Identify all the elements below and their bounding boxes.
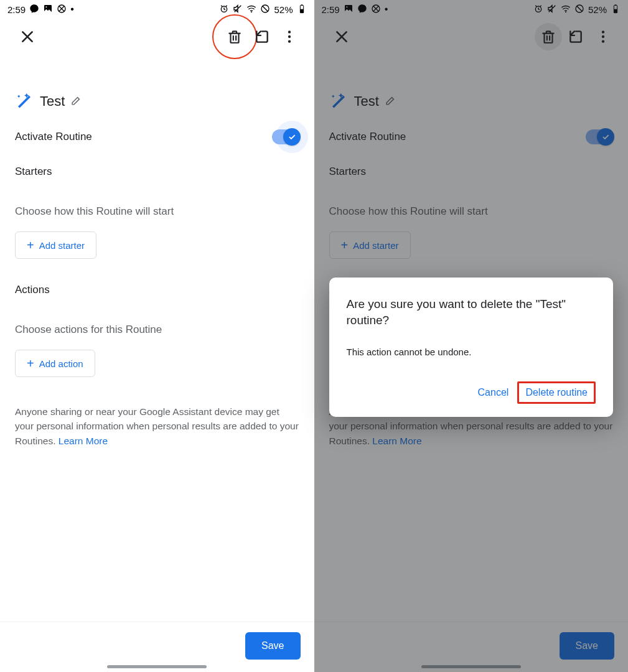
screen-delete-dialog: 2:59 • 52%: [314, 0, 629, 672]
svg-point-1: [46, 6, 47, 7]
battery-icon: [297, 4, 307, 16]
svg-point-11: [288, 40, 290, 42]
svg-point-10: [288, 35, 290, 38]
cancel-button[interactable]: Cancel: [469, 381, 518, 404]
check-icon: [288, 133, 296, 141]
add-starter-label: Add starter: [39, 240, 85, 251]
delete-confirm-dialog: Are you sure you want to delete the "Tes…: [329, 278, 614, 417]
battery-percent: 52%: [274, 4, 293, 15]
delete-routine-button[interactable]: Delete routine: [525, 387, 588, 398]
edit-title-button[interactable]: [71, 95, 82, 108]
status-bar: 2:59 • 52%: [0, 0, 314, 19]
screen-routine-edit: 2:59 • 52%: [0, 0, 314, 672]
block-icon: [57, 4, 67, 16]
plus-icon: +: [27, 357, 34, 371]
save-button[interactable]: Save: [245, 632, 300, 660]
routine-title-row: Test: [15, 91, 299, 112]
status-dot: •: [70, 4, 74, 14]
learn-more-link[interactable]: Learn More: [59, 436, 108, 446]
delete-highlight-annotation: Delete routine: [517, 381, 596, 404]
dialog-title: Are you sure you want to delete the "Tes…: [347, 296, 596, 328]
add-starter-button[interactable]: + Add starter: [15, 231, 96, 259]
gallery-icon: [43, 4, 53, 16]
delete-button[interactable]: [221, 23, 248, 50]
starters-header: Starters: [15, 166, 299, 178]
shortcut-button[interactable]: [248, 23, 276, 50]
svg-point-4: [251, 11, 252, 12]
activate-toggle[interactable]: [272, 129, 299, 144]
disclaimer-text: Anyone sharing or near your Google Assis…: [15, 404, 299, 448]
trash-icon: [227, 29, 243, 45]
routine-content: Test Activate Routine Starters Choose ho…: [0, 55, 314, 622]
overflow-button[interactable]: [276, 23, 303, 50]
more-vert-icon: [281, 29, 298, 45]
wifi-icon: [246, 4, 256, 16]
status-time: 2:59: [7, 4, 26, 15]
shortcut-icon: [254, 29, 270, 45]
activate-label: Activate Routine: [15, 131, 92, 143]
activate-toggle-row: Activate Routine: [15, 129, 299, 144]
dialog-message: This action cannot be undone.: [347, 347, 596, 357]
alarm-icon: [219, 4, 229, 16]
wand-icon: [15, 91, 34, 112]
do-not-disturb-icon: [260, 4, 270, 16]
dialog-actions: Cancel Delete routine: [347, 381, 596, 404]
app-bar: [0, 19, 314, 55]
gesture-bar: [107, 665, 207, 668]
actions-sub: Choose actions for this Routine: [15, 324, 299, 336]
svg-rect-7: [300, 9, 303, 12]
footer-bar: Save: [0, 622, 314, 672]
routine-title: Test: [40, 93, 65, 110]
svg-point-9: [288, 30, 290, 33]
mute-icon: [233, 4, 243, 16]
starters-sub: Choose how this Routine will start: [15, 205, 299, 218]
messenger-icon: [29, 4, 39, 16]
add-action-label: Add action: [39, 358, 83, 369]
actions-header: Actions: [15, 284, 299, 296]
svg-rect-8: [301, 4, 302, 5]
close-button[interactable]: [14, 23, 41, 50]
add-action-button[interactable]: + Add action: [15, 350, 95, 377]
pencil-icon: [71, 95, 82, 106]
plus-icon: +: [27, 238, 34, 253]
